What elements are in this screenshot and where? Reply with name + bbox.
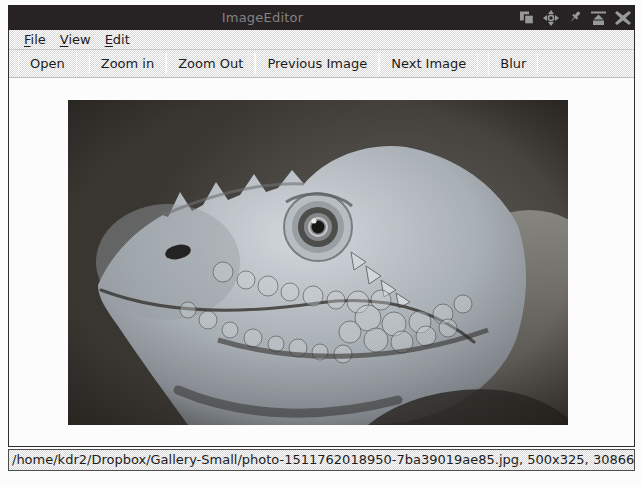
layers-icon[interactable] — [517, 9, 536, 26]
window-controls — [517, 9, 635, 26]
image-canvas — [9, 78, 634, 446]
image-editor-window: ImageEditor — [8, 5, 635, 471]
titlebar[interactable]: ImageEditor — [8, 5, 635, 30]
window-body: File View Edit Open Zoom in Zoom Out Pre… — [8, 30, 635, 447]
menu-view[interactable]: View — [53, 32, 98, 47]
close-icon[interactable] — [613, 9, 632, 26]
menu-edit[interactable]: Edit — [98, 32, 137, 47]
zoom-in-button[interactable]: Zoom in — [89, 53, 166, 74]
statusbar: /home/kdr2/Dropbox/Gallery-Small/photo-1… — [8, 449, 635, 471]
menubar: File View Edit — [9, 30, 634, 50]
move-icon[interactable] — [541, 9, 560, 26]
previous-image-button[interactable]: Previous Image — [255, 53, 379, 74]
zoom-out-button[interactable]: Zoom Out — [166, 53, 255, 74]
toolbar: Open Zoom in Zoom Out Previous Image Nex… — [9, 50, 634, 78]
menu-file[interactable]: File — [17, 32, 53, 47]
window-title: ImageEditor — [8, 10, 517, 25]
iguana-photo — [68, 100, 568, 425]
status-text: /home/kdr2/Dropbox/Gallery-Small/photo-1… — [12, 452, 635, 467]
blur-button[interactable]: Blur — [488, 53, 538, 74]
pin-icon[interactable] — [565, 9, 584, 26]
maximize-icon[interactable] — [589, 9, 608, 26]
next-image-button[interactable]: Next Image — [379, 53, 478, 74]
open-button[interactable]: Open — [18, 53, 77, 74]
